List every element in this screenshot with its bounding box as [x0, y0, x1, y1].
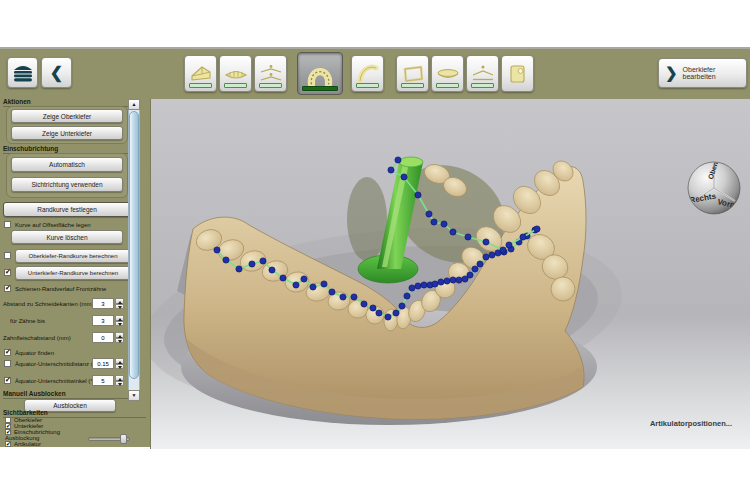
incisal-distance-spinner[interactable]	[115, 298, 124, 309]
automatic-button[interactable]: Automatisch	[11, 157, 123, 172]
margin-control-point[interactable]	[506, 242, 512, 248]
3d-viewport[interactable]: Rechts Vorn Oben Artikulatorpositionen..…	[150, 99, 750, 449]
splint-margin-checkbox[interactable]	[4, 285, 11, 292]
sidebar-scrollbar-thumb[interactable]	[129, 111, 139, 379]
margin-control-point[interactable]	[444, 278, 450, 284]
lower-margin-calc-checkbox[interactable]	[4, 269, 11, 276]
margin-control-point[interactable]	[450, 277, 456, 283]
margin-control-point[interactable]	[385, 314, 391, 320]
margin-control-point[interactable]	[361, 301, 367, 307]
margin-control-point[interactable]	[376, 310, 382, 316]
scroll-down-button[interactable]: ▼	[128, 390, 140, 401]
show-lower-jaw-button[interactable]: Zeige Unterkiefer	[11, 126, 123, 140]
toolbar-step-frame[interactable]	[396, 55, 429, 92]
margin-control-point[interactable]	[310, 284, 316, 290]
toolbar-step-baseplate[interactable]	[431, 55, 464, 92]
teeth-up-to-label: für Zähne bis	[10, 318, 45, 324]
margin-control-point[interactable]	[426, 211, 432, 217]
margin-control-point[interactable]	[415, 283, 421, 289]
toolbar-step-block[interactable]	[501, 55, 534, 92]
visibility-articulator-checkbox[interactable]	[5, 441, 11, 447]
splint-margin-label: Schienen-Randverlauf Frontzähne	[15, 286, 106, 292]
view-orientation-sphere[interactable]: Rechts Vorn Oben	[687, 161, 741, 215]
toolbar-step-insertion-axis[interactable]	[254, 55, 287, 92]
margin-control-point[interactable]	[500, 247, 506, 253]
margin-control-point[interactable]	[483, 254, 489, 260]
equator-undercut-angle-spinner[interactable]	[115, 375, 124, 386]
slider-thumb[interactable]	[120, 434, 127, 444]
margin-control-point[interactable]	[370, 305, 376, 311]
margin-control-point[interactable]	[472, 266, 478, 272]
margin-control-point[interactable]	[456, 277, 462, 283]
incisal-distance-input[interactable]	[92, 298, 114, 309]
margin-control-point[interactable]	[236, 266, 242, 272]
blockout-opacity-slider[interactable]	[88, 437, 130, 441]
margin-control-point[interactable]	[351, 294, 357, 300]
margin-control-point[interactable]	[534, 226, 540, 232]
margin-control-point[interactable]	[399, 303, 405, 309]
use-view-direction-button[interactable]: Sichtrichtung verwenden	[11, 177, 123, 192]
margin-control-point[interactable]	[520, 234, 526, 240]
margin-control-point[interactable]	[409, 285, 415, 291]
offset-surface-checkbox[interactable]	[4, 221, 11, 228]
margin-control-point[interactable]	[483, 239, 489, 245]
margin-control-point[interactable]	[388, 167, 394, 173]
margin-control-point[interactable]	[395, 157, 401, 163]
step-progress	[189, 83, 212, 88]
margin-control-point[interactable]	[293, 282, 299, 288]
margin-control-point[interactable]	[432, 281, 438, 287]
margin-control-point[interactable]	[249, 261, 255, 267]
delete-curve-button[interactable]: Kurve löschen	[11, 230, 123, 244]
equator-undercut-distance-checkbox[interactable]	[4, 360, 11, 367]
equator-undercut-distance-input[interactable]	[92, 358, 114, 369]
margin-control-point[interactable]	[260, 258, 266, 264]
incisal-distance-label: Abstand zu Schneidekanten (mm)	[3, 301, 93, 307]
margin-control-point[interactable]	[450, 229, 456, 235]
calc-lower-margin-button[interactable]: Unterkiefer-Randkurve berechnen	[15, 266, 131, 280]
margin-control-point[interactable]	[477, 261, 483, 267]
margin-control-point[interactable]	[329, 289, 335, 295]
show-upper-jaw-button[interactable]: Zeige Oberkiefer	[11, 109, 123, 123]
margin-control-point[interactable]	[431, 219, 437, 225]
step-progress	[224, 83, 247, 88]
set-margin-curve-button[interactable]: Randkurve festlegen	[3, 202, 131, 217]
toolbar-step-upper-arch-current[interactable]	[297, 52, 343, 95]
main-menu-button[interactable]	[7, 57, 38, 88]
next-step-button[interactable]: ❯ Oberkiefer bearbeiten	[658, 58, 747, 88]
toolbar-step-arch-segment[interactable]	[351, 55, 384, 92]
equator-undercut-angle-input[interactable]	[92, 375, 114, 386]
toolbar-step-model-wedge[interactable]	[184, 55, 217, 92]
margin-control-point[interactable]	[404, 293, 410, 299]
gingiva-distance-spinner[interactable]	[115, 332, 124, 343]
toolbar-step-model-base[interactable]	[219, 55, 252, 92]
gingiva-distance-input[interactable]	[92, 332, 114, 343]
find-equator-checkbox[interactable]	[4, 349, 11, 356]
margin-control-point[interactable]	[280, 275, 286, 281]
margin-control-point[interactable]	[441, 221, 447, 227]
teeth-up-to-input[interactable]	[92, 315, 114, 326]
margin-control-point[interactable]	[401, 174, 407, 180]
margin-control-point[interactable]	[415, 192, 421, 198]
margin-control-point[interactable]	[438, 279, 444, 285]
margin-control-point[interactable]	[393, 310, 399, 316]
next-step-label: Oberkiefer bearbeiten	[683, 66, 746, 80]
scroll-up-button[interactable]: ▲	[128, 99, 140, 110]
gingiva-distance-label: Zahnfleischabstand (mm)	[3, 335, 71, 341]
calc-upper-margin-button[interactable]: Oberkiefer-Randkurve berechnen	[15, 249, 131, 263]
upper-margin-calc-checkbox[interactable]	[4, 252, 11, 259]
margin-control-point[interactable]	[467, 272, 473, 278]
teeth-up-to-spinner[interactable]	[115, 315, 124, 326]
margin-control-point[interactable]	[214, 247, 220, 253]
margin-control-point[interactable]	[421, 282, 427, 288]
margin-control-point[interactable]	[223, 257, 229, 263]
margin-control-point[interactable]	[465, 234, 471, 240]
back-button[interactable]: ❮	[41, 57, 72, 88]
margin-control-point[interactable]	[340, 294, 346, 300]
margin-control-point[interactable]	[321, 281, 327, 287]
margin-control-point[interactable]	[489, 252, 495, 258]
equator-undercut-angle-checkbox[interactable]	[4, 377, 11, 384]
equator-undercut-distance-spinner[interactable]	[115, 358, 124, 369]
margin-control-point[interactable]	[269, 267, 275, 273]
margin-control-point[interactable]	[301, 276, 307, 282]
toolbar-step-pin-axis[interactable]	[466, 55, 499, 92]
